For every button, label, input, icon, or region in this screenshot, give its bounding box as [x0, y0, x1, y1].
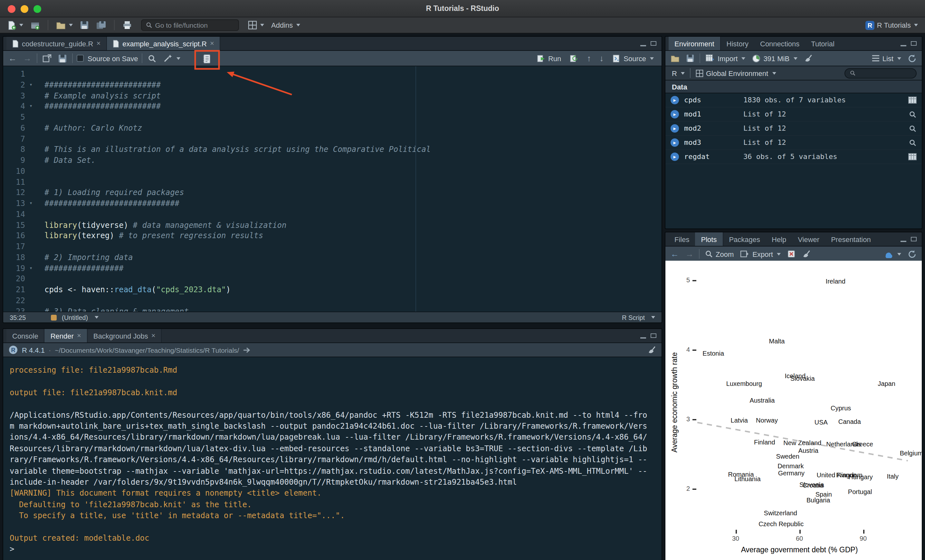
tab-history[interactable]: History	[721, 37, 754, 50]
r-version-label[interactable]: R 4.4.1	[22, 346, 45, 354]
project-menu-button[interactable]: R R Tutorials	[863, 19, 920, 31]
tab-render[interactable]: Render ×	[45, 329, 87, 342]
fold-marker-icon[interactable]: ▾	[25, 198, 37, 209]
tab-connections[interactable]: Connections	[754, 37, 805, 50]
forward-button[interactable]: →	[22, 53, 33, 63]
zoom-window-button[interactable]	[33, 5, 41, 13]
run-button[interactable]: Run	[535, 53, 562, 63]
print-button[interactable]	[121, 19, 134, 31]
next-plot-button[interactable]: →	[684, 249, 695, 259]
source-button[interactable]: Source	[611, 53, 655, 63]
expand-object-icon[interactable]: ▶	[670, 138, 679, 147]
memory-usage-button[interactable]: 391 MiB	[750, 53, 798, 63]
save-button[interactable]	[78, 19, 91, 31]
tab-presentation[interactable]: Presentation	[825, 233, 877, 246]
open-file-button[interactable]	[54, 20, 75, 31]
maximize-pane-icon[interactable]	[651, 41, 656, 46]
clear-plots-button[interactable]	[801, 249, 812, 259]
minimize-pane-icon[interactable]	[901, 45, 906, 46]
inspect-object-icon[interactable]	[909, 125, 917, 132]
maximize-pane-icon[interactable]	[651, 333, 656, 338]
refresh-plot-button[interactable]	[906, 249, 918, 259]
new-project-button[interactable]	[28, 19, 42, 31]
environment-object-row[interactable]: ▶mod2List of 12	[666, 122, 922, 136]
previous-plot-button[interactable]: ←	[669, 249, 680, 259]
tab-example-analysis-script[interactable]: example_analysis_script.R ×	[107, 37, 221, 50]
maximize-pane-icon[interactable]	[911, 237, 917, 242]
tab-environment[interactable]: Environment	[669, 37, 721, 50]
rerun-button[interactable]	[568, 53, 580, 63]
environment-search-input[interactable]	[858, 69, 911, 77]
environment-object-row[interactable]: ▶mod3List of 12	[666, 136, 922, 150]
environment-search[interactable]	[845, 68, 917, 78]
source-on-save-checkbox[interactable]	[77, 55, 84, 62]
zoom-plot-button[interactable]: Zoom	[704, 249, 735, 259]
inspect-object-icon[interactable]	[909, 110, 917, 118]
close-icon[interactable]: ×	[151, 332, 155, 339]
code-tools-button[interactable]	[162, 53, 182, 64]
minimize-pane-icon[interactable]	[640, 337, 646, 338]
new-file-button[interactable]	[5, 19, 25, 31]
back-button[interactable]: ←	[7, 53, 18, 63]
console-output[interactable]: processing file: file21a9987bcab.Rmd out…	[3, 357, 661, 560]
save-document-button[interactable]	[57, 53, 68, 63]
view-table-icon[interactable]	[908, 153, 917, 160]
view-table-icon[interactable]	[908, 96, 917, 104]
jump-to-directory-icon[interactable]	[243, 346, 250, 354]
open-in-new-window-button[interactable]	[41, 53, 53, 63]
expand-object-icon[interactable]: ▶	[670, 96, 679, 104]
close-icon[interactable]: ×	[77, 332, 81, 339]
file-type-selector[interactable]: R Script	[622, 314, 645, 321]
tab-background-jobs[interactable]: Background Jobs ×	[87, 329, 162, 342]
list-view-button[interactable]: List	[870, 54, 902, 63]
pane-layout-button[interactable]	[246, 19, 266, 31]
clear-console-icon[interactable]	[647, 345, 656, 354]
r-language-selector[interactable]: R	[670, 69, 686, 78]
minimize-pane-icon[interactable]	[901, 240, 906, 242]
close-icon[interactable]: ×	[210, 40, 214, 47]
tab-codestructure-guide[interactable]: codestructure_guide.R ×	[6, 37, 107, 50]
environment-object-row[interactable]: ▶mod1List of 12	[666, 108, 922, 122]
expand-object-icon[interactable]: ▶	[670, 124, 679, 133]
goto-file-input[interactable]	[155, 21, 235, 29]
minimize-window-button[interactable]	[21, 5, 28, 13]
compile-report-button[interactable]	[201, 53, 212, 65]
previous-section-button[interactable]: ↑	[586, 53, 592, 63]
load-workspace-button[interactable]	[669, 54, 681, 63]
save-workspace-button[interactable]	[685, 53, 696, 63]
publish-plot-button[interactable]	[883, 249, 902, 259]
close-window-button[interactable]	[8, 5, 15, 13]
environment-object-row[interactable]: ▶cpds1830 obs. of 7 variables	[666, 93, 922, 108]
addins-button[interactable]: Addins	[269, 20, 302, 30]
working-directory[interactable]: ~/Documents/Work/Stavanger/Teaching/Stat…	[55, 346, 239, 354]
refresh-environment-button[interactable]	[906, 53, 918, 63]
save-all-button[interactable]	[94, 19, 108, 31]
tab-plots[interactable]: Plots	[695, 233, 723, 246]
fold-marker-icon[interactable]: ▾	[25, 101, 37, 112]
find-replace-button[interactable]	[146, 53, 158, 63]
maximize-pane-icon[interactable]	[911, 41, 917, 46]
clear-objects-button[interactable]	[802, 53, 814, 63]
minimize-pane-icon[interactable]	[640, 45, 646, 46]
expand-object-icon[interactable]: ▶	[670, 110, 679, 119]
expand-object-icon[interactable]: ▶	[670, 153, 679, 161]
export-plot-button[interactable]: Export	[739, 249, 782, 259]
goto-file-search[interactable]	[141, 19, 239, 31]
tab-packages[interactable]: Packages	[723, 233, 766, 246]
fold-marker-icon[interactable]: ▾	[25, 80, 37, 91]
fold-marker-icon[interactable]: ▾	[25, 263, 37, 274]
tab-tutorial[interactable]: Tutorial	[805, 37, 840, 50]
import-dataset-button[interactable]: Import	[704, 53, 747, 63]
tab-viewer[interactable]: Viewer	[792, 233, 825, 246]
tab-console[interactable]: Console	[6, 329, 45, 342]
close-icon[interactable]: ×	[96, 40, 101, 47]
code-editor[interactable]: 12▾#########################3# Example a…	[3, 66, 661, 312]
remove-plot-button[interactable]	[786, 249, 797, 259]
section-navigator[interactable]: (Untitled)	[62, 314, 88, 321]
environment-scope-selector[interactable]: Global Environment	[695, 69, 777, 78]
next-section-button[interactable]: ↓	[598, 53, 605, 63]
tab-files[interactable]: Files	[669, 233, 695, 246]
inspect-object-icon[interactable]	[909, 139, 917, 146]
tab-help[interactable]: Help	[766, 233, 792, 246]
environment-object-row[interactable]: ▶regdat36 obs. of 5 variables	[666, 150, 922, 164]
